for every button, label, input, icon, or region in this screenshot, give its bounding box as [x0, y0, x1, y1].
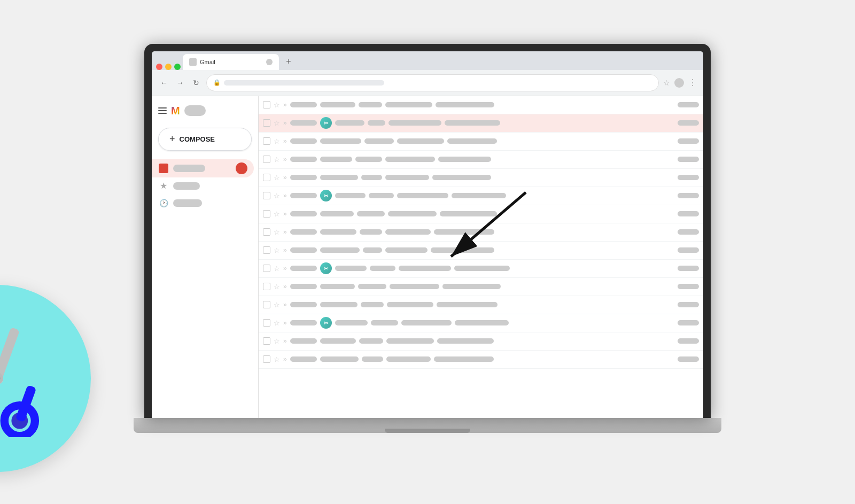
email-row[interactable]: ☆»: [259, 278, 703, 296]
email-row[interactable]: ☆»: [259, 332, 703, 351]
row-star-icon[interactable]: ☆: [274, 337, 280, 345]
subject-pill: [320, 229, 357, 235]
email-row[interactable]: ☆»: [259, 169, 703, 187]
sender-pill: [290, 193, 317, 198]
row-checkbox[interactable]: [263, 210, 270, 218]
email-row[interactable]: ☆»✂: [259, 187, 703, 205]
sidebar-item-inbox[interactable]: [152, 159, 254, 177]
subject-area: [335, 120, 674, 126]
gmail-content: M + COMPOSE: [152, 96, 703, 418]
subject-pill: [388, 120, 441, 126]
row-star-icon[interactable]: ☆: [274, 156, 280, 164]
subject-pill: [440, 211, 497, 216]
browser-tab-active[interactable]: Gmail: [183, 54, 279, 70]
address-bar[interactable]: 🔒: [206, 74, 659, 91]
row-checkbox[interactable]: [263, 156, 270, 163]
row-star-icon[interactable]: ☆: [274, 246, 280, 254]
row-star-icon[interactable]: ☆: [274, 228, 280, 236]
row-star-icon[interactable]: ☆: [274, 137, 280, 145]
hamburger-menu-icon[interactable]: [158, 107, 167, 114]
profile-icon[interactable]: [674, 78, 684, 88]
subject-area: [320, 284, 674, 289]
row-checkbox[interactable]: [263, 265, 270, 272]
row-star-icon[interactable]: ☆: [274, 192, 280, 200]
traffic-light-yellow[interactable]: [165, 64, 172, 70]
email-row[interactable]: ☆»✂: [259, 314, 703, 332]
scissors-badge: ✂: [320, 317, 332, 329]
date-pill: [678, 302, 699, 307]
sidebar-item-starred[interactable]: ★: [152, 177, 254, 195]
subject-pill: [442, 284, 501, 289]
sender-pill: [290, 302, 317, 307]
row-checkbox[interactable]: [263, 319, 270, 327]
row-star-icon[interactable]: ☆: [274, 101, 280, 109]
subject-area: [320, 175, 674, 180]
user-avatar[interactable]: [184, 105, 206, 116]
row-checkbox[interactable]: [263, 337, 270, 345]
subject-pill: [370, 266, 395, 271]
laptop-screen-bezel: Gmail + ← → ↻ 🔒 ☆: [144, 44, 711, 418]
row-forward-icon: »: [283, 265, 287, 272]
new-tab-button[interactable]: +: [281, 54, 296, 69]
more-icon[interactable]: ⋮: [688, 77, 697, 88]
row-checkbox[interactable]: [263, 246, 270, 254]
scene: Gmail + ← → ↻ 🔒 ☆: [0, 0, 855, 504]
email-row[interactable]: ☆»: [259, 296, 703, 314]
scissors-badge: ✂: [320, 190, 332, 201]
subject-pill: [320, 356, 359, 362]
tab-label: Gmail: [200, 59, 215, 65]
sender-pill: [290, 356, 317, 362]
subject-pill: [397, 193, 448, 198]
sidebar-item-snoozed[interactable]: 🕐: [152, 195, 254, 212]
row-star-icon[interactable]: ☆: [274, 210, 280, 218]
row-forward-icon: »: [283, 192, 287, 199]
email-row[interactable]: ☆»: [259, 205, 703, 223]
date-pill: [678, 320, 699, 325]
email-row[interactable]: ☆»✂: [259, 114, 703, 133]
row-star-icon[interactable]: ☆: [274, 355, 280, 363]
nav-back-button[interactable]: ←: [158, 77, 170, 89]
traffic-light-red[interactable]: [156, 64, 162, 70]
row-star-icon[interactable]: ☆: [274, 319, 280, 327]
row-star-icon[interactable]: ☆: [274, 174, 280, 182]
row-checkbox[interactable]: [263, 101, 270, 108]
row-checkbox[interactable]: [263, 301, 270, 308]
row-checkbox[interactable]: [263, 174, 270, 181]
nav-refresh-button[interactable]: ↻: [190, 77, 202, 89]
row-checkbox[interactable]: [263, 137, 270, 145]
email-row[interactable]: ☆»: [259, 351, 703, 369]
subject-area: [320, 157, 674, 162]
traffic-light-green[interactable]: [174, 64, 181, 70]
row-star-icon[interactable]: ☆: [274, 119, 280, 127]
subject-pill: [335, 120, 364, 126]
subject-pill: [431, 247, 494, 253]
tab-close-button[interactable]: [266, 59, 273, 65]
email-row[interactable]: ☆»: [259, 242, 703, 260]
email-row[interactable]: ☆»: [259, 96, 703, 114]
row-star-icon[interactable]: ☆: [274, 301, 280, 309]
subject-pill: [355, 157, 382, 162]
subject-pill: [385, 102, 432, 107]
email-row[interactable]: ☆»: [259, 151, 703, 169]
email-row[interactable]: ☆»: [259, 223, 703, 242]
row-checkbox[interactable]: [263, 228, 270, 236]
subject-pill: [320, 138, 361, 144]
subject-area: [320, 229, 674, 235]
bookmark-icon[interactable]: ☆: [663, 79, 670, 87]
compose-button[interactable]: + COMPOSE: [158, 128, 252, 151]
browser-tabs: Gmail +: [152, 51, 703, 71]
row-checkbox[interactable]: [263, 119, 270, 127]
row-star-icon[interactable]: ☆: [274, 265, 280, 273]
nav-forward-button[interactable]: →: [174, 77, 186, 89]
email-row[interactable]: ☆»: [259, 133, 703, 151]
inbox-icon: [158, 163, 169, 174]
row-forward-icon: »: [283, 337, 287, 345]
date-pill: [678, 175, 699, 180]
email-row[interactable]: ☆»✂: [259, 260, 703, 278]
row-star-icon[interactable]: ☆: [274, 283, 280, 291]
row-checkbox[interactable]: [263, 355, 270, 363]
row-checkbox[interactable]: [263, 283, 270, 290]
subject-pill: [320, 284, 355, 289]
subject-pill: [399, 266, 451, 271]
row-checkbox[interactable]: [263, 192, 270, 199]
